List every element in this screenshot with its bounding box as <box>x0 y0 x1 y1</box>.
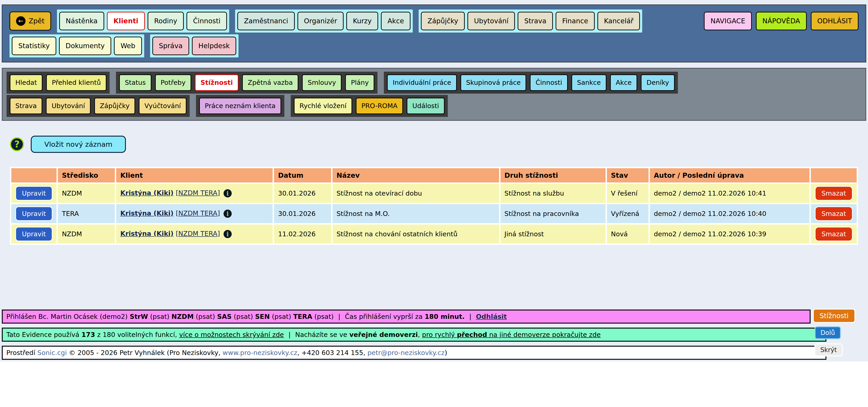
scroll-down-button[interactable]: Dolů <box>815 326 841 339</box>
delete-button[interactable]: Smazat <box>815 207 852 221</box>
website-link[interactable]: www.pro-neziskovky.cz <box>223 349 298 356</box>
subtab-akce[interactable]: Akce <box>610 74 637 91</box>
tab-ubytovani[interactable]: Ubytování <box>467 12 515 30</box>
subnav-group-quick: Rychlé vložení PRO-ROMA Události <box>291 95 448 117</box>
cell-autor: demo2 / demo2 11.02.2026 10:40 <box>650 204 810 223</box>
cell-nazev: Stížnost na otevírací dobu <box>333 184 499 203</box>
subtab-prehled-klientu[interactable]: Přehled klientů <box>46 74 106 91</box>
subtab-zpetna-vazba[interactable]: Zpětná vazba <box>242 74 298 91</box>
tab-zamestnanci[interactable]: Zaměstnanci <box>237 12 294 30</box>
edit-button[interactable]: Upravit <box>16 227 53 241</box>
tab-zapujcky[interactable]: Zápůjčky <box>421 12 465 30</box>
tab-rodiny[interactable]: Rodiny <box>148 12 184 30</box>
cell-stav: Nová <box>607 224 649 244</box>
email-link[interactable]: petr@pro-neziskovky.cz <box>367 349 444 356</box>
col-header-actions-left <box>11 168 57 183</box>
subtab-ubytovani[interactable]: Ubytování <box>46 98 90 114</box>
client-subnav: Hledat Přehled klientů Status Potřeby St… <box>2 68 866 121</box>
hiding-options-link[interactable]: více o možnostech skrývání zde <box>179 331 284 339</box>
subnav-group-search: Hledat Přehled klientů <box>6 72 110 94</box>
login-status-bar: Přihlášen Bc. Martin Ocásek (demo2) StrW… <box>2 310 811 323</box>
tab-klienti-active[interactable]: Klienti <box>107 12 145 30</box>
cell-stredisko: NZDM <box>58 184 115 203</box>
odhlasit-button[interactable]: ODHLÁSIT <box>811 12 859 30</box>
main-content: ? Vložit nový záznam Středisko Klient Da… <box>0 121 868 245</box>
back-button[interactable]: ←Zpět <box>9 11 51 31</box>
tab-helpdesk[interactable]: Helpdesk <box>192 37 237 55</box>
cell-klient: Kristýna (Kiki)[NZDM TERA]i <box>116 224 273 244</box>
tab-kurzy[interactable]: Kurzy <box>346 12 378 30</box>
subnav-row-2: Strava Ubytování Zápůjčky Vyúčtování Prá… <box>6 95 862 117</box>
cell-druh: Stížnost na službu <box>500 184 606 203</box>
subtab-sankce[interactable]: Sankce <box>571 74 607 91</box>
subtab-rychle-vlozeni[interactable]: Rychlé vložení <box>294 98 352 114</box>
subtab-skupinova-prace[interactable]: Skupinová práce <box>460 74 526 91</box>
toolbar-group-staff: Zaměstnanci Organizér Kurzy Akce <box>235 9 413 33</box>
subtab-udalosti[interactable]: Události <box>407 98 445 114</box>
tab-statistiky[interactable]: Statistiky <box>12 37 56 55</box>
cell-druh: Stížnost na pracovníka <box>500 204 606 223</box>
subtab-zapujcky[interactable]: Zápůjčky <box>94 98 135 114</box>
functions-info-bar: Tato Evidence používá 173 z 180 voliteln… <box>2 327 827 342</box>
subtab-potreby[interactable]: Potřeby <box>155 74 191 91</box>
subtab-smlouvy[interactable]: Smlouvy <box>302 74 342 91</box>
demo-switch-link[interactable]: pro rychlý přechod na jiné demoverze pok… <box>422 331 600 339</box>
table-row: Upravit NZDM Kristýna (Kiki)[NZDM TERA]i… <box>11 184 857 203</box>
subtab-plany[interactable]: Plány <box>345 74 374 91</box>
subtab-stiznosti-active[interactable]: Stížnosti <box>195 74 239 91</box>
cell-stredisko: NZDM <box>58 224 115 244</box>
hide-bars-button[interactable]: Skrýt <box>814 343 843 356</box>
cell-stav: V řešení <box>607 184 649 203</box>
insert-new-record-button[interactable]: Vložit nový záznam <box>31 136 126 153</box>
cell-klient: Kristýna (Kiki)[NZDM TERA]i <box>116 204 273 223</box>
main-toolbar: ←Zpět Nástěnka Klienti Rodiny Činnosti Z… <box>2 4 866 62</box>
subnav-group-services: Strava Ubytování Zápůjčky Vyúčtování <box>6 95 190 117</box>
tab-organizer[interactable]: Organizér <box>298 12 344 30</box>
tab-web[interactable]: Web <box>114 37 142 55</box>
subtab-cinnosti[interactable]: Činnosti <box>530 74 567 91</box>
edit-button[interactable]: Upravit <box>16 207 53 221</box>
logout-link[interactable]: Odhlásit <box>476 313 507 320</box>
cell-datum: 30.01.2026 <box>274 204 331 223</box>
napoveda-button[interactable]: NÁPOVĚDA <box>756 12 807 30</box>
tab-cinnosti[interactable]: Činnosti <box>186 12 227 30</box>
info-icon[interactable]: i <box>223 210 232 218</box>
delete-button[interactable]: Smazat <box>815 227 852 241</box>
tab-dokumenty[interactable]: Dokumenty <box>59 37 111 55</box>
tab-strava[interactable]: Strava <box>518 12 553 30</box>
client-link[interactable]: Kristýna (Kiki)[NZDM TERA] <box>120 189 220 197</box>
session-expiry-text: Čas přihlášení vyprší za <box>345 313 425 320</box>
subtab-prace-neznam-klienta[interactable]: Práce neznám klienta <box>199 98 281 114</box>
table-row: Upravit NZDM Kristýna (Kiki)[NZDM TERA]i… <box>11 224 857 244</box>
tab-nastenka[interactable]: Nástěnka <box>59 12 104 30</box>
insert-row: ? Vložit nový záznam <box>10 136 858 153</box>
info-icon[interactable]: i <box>223 230 232 238</box>
tab-finance[interactable]: Finance <box>556 12 595 30</box>
client-link[interactable]: Kristýna (Kiki)[NZDM TERA] <box>120 209 220 217</box>
subtab-individualni-prace[interactable]: Individuální práce <box>387 74 457 91</box>
edit-button[interactable]: Upravit <box>16 186 53 200</box>
tab-kancelar[interactable]: Kancelář <box>597 12 640 30</box>
toolbar-right-group: NAVIGACE NÁPOVĚDA ODHLÁSIT <box>704 12 859 30</box>
col-header-stredisko: Středisko <box>58 168 115 183</box>
subtab-vyuctovani[interactable]: Vyúčtování <box>139 98 186 114</box>
col-header-stav: Stav <box>607 168 649 183</box>
sonic-cgi-link[interactable]: Sonic.cgi <box>37 349 67 356</box>
client-link[interactable]: Kristýna (Kiki)[NZDM TERA] <box>120 230 220 238</box>
tab-sprava[interactable]: Správa <box>152 37 189 55</box>
subtab-strava[interactable]: Strava <box>10 98 42 114</box>
navigace-button[interactable]: NAVIGACE <box>704 12 752 30</box>
delete-button[interactable]: Smazat <box>815 186 852 200</box>
subtab-deniky[interactable]: Deníky <box>641 74 675 91</box>
floating-stiznosti-button[interactable]: Stížnosti <box>813 309 855 323</box>
cell-klient: Kristýna (Kiki)[NZDM TERA]i <box>116 184 273 203</box>
col-header-actions-right <box>811 168 857 183</box>
complaints-table: Středisko Klient Datum Název Druh stížno… <box>10 167 858 245</box>
info-icon[interactable]: i <box>223 189 232 197</box>
subtab-hledat[interactable]: Hledat <box>10 74 42 91</box>
subtab-pro-roma[interactable]: PRO-ROMA <box>356 98 403 114</box>
tab-akce[interactable]: Akce <box>381 12 410 30</box>
help-icon[interactable]: ? <box>10 137 24 151</box>
subtab-status[interactable]: Status <box>119 74 151 91</box>
table-row: Upravit TERA Kristýna (Kiki)[NZDM TERA]i… <box>11 204 857 223</box>
